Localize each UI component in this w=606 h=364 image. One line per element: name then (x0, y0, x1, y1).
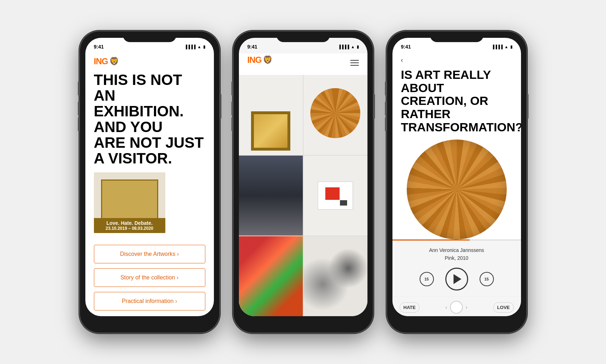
wifi-icon-1: ▲ (197, 45, 201, 49)
wifi-icon-2: ▲ (351, 45, 355, 49)
hamburger-line-2 (350, 62, 359, 63)
ing-logo-1: ING 🦁 (94, 56, 205, 66)
artwork-white-texture (304, 236, 367, 316)
artwork-title: Pink, 2010 (401, 254, 512, 262)
signal-icon-3: ▐▐▐▐ (491, 45, 502, 49)
grid-cell-2[interactable] (304, 75, 367, 155)
artwork-woven-1 (310, 88, 360, 138)
notch-3 (430, 31, 484, 42)
love-button[interactable]: LOVE (493, 302, 514, 313)
artworks-grid (239, 75, 367, 316)
phone2-header: ING 🦁 (239, 54, 367, 75)
story-collection-button[interactable]: Story of the collection › (94, 268, 205, 287)
artwork-colorful (239, 236, 303, 316)
hamburger-line-1 (350, 60, 359, 61)
artwork-info: Ann Veronica Jannssens Pink, 2010 (392, 241, 521, 265)
status-icons-3: ▐▐▐▐ ▲ ▮ (491, 45, 512, 49)
slider-thumb[interactable] (450, 301, 463, 314)
status-time-2: 9:41 (247, 44, 257, 50)
artwork-gold (251, 111, 290, 151)
phone-3: 9:41 ▐▐▐▐ ▲ ▮ ‹ IS ART REALLY ABOUT CREA… (387, 31, 526, 333)
hamburger-line-3 (350, 65, 359, 66)
notch-2 (276, 31, 330, 42)
wifi-icon-3: ▲ (505, 45, 509, 49)
status-time-3: 9:41 (401, 44, 411, 50)
ing-lion-1: 🦁 (109, 57, 119, 66)
discover-artworks-button[interactable]: Discover the Artworks › (94, 245, 205, 263)
status-time-1: 9:41 (94, 44, 104, 50)
artwork-dark (239, 156, 303, 236)
hamburger-menu[interactable] (350, 60, 359, 66)
status-icons-2: ▐▐▐▐ ▲ ▮ (338, 45, 359, 49)
ing-lion-2: 🦁 (263, 55, 272, 65)
status-icons-1: ▐▐▐▐ ▲ ▮ (184, 45, 205, 49)
ing-text-2: ING (247, 55, 262, 65)
chevron-left-icon: ‹ (445, 304, 447, 310)
phone-2: 9:41 ▐▐▐▐ ▲ ▮ ING 🦁 (234, 31, 373, 333)
nav-buttons: Discover the Artworks › Story of the col… (94, 245, 205, 310)
play-button[interactable] (445, 268, 468, 290)
grid-cell-5[interactable] (239, 236, 303, 316)
practical-info-button[interactable]: Practical information › (94, 292, 205, 310)
hate-button[interactable]: HATE (400, 302, 420, 313)
ing-logo-2: ING 🦁 (247, 55, 273, 65)
battery-icon-2: ▮ (357, 45, 359, 49)
ing-text-1: ING (94, 56, 108, 66)
grid-cell-4[interactable] (304, 156, 367, 236)
artwork-abstract-red (317, 181, 353, 210)
rating-bar: HATE ‹ › LOVE (392, 296, 521, 316)
audio-controls: 15 15 (392, 265, 521, 296)
back-button[interactable]: ‹ (392, 54, 521, 65)
play-icon (454, 274, 461, 284)
circular-artwork (407, 140, 507, 239)
artist-name: Ann Veronica Jannssens (401, 246, 512, 254)
exhibition-title: THIS IS NOT AN EXHIBITION. AND YOU ARE N… (94, 72, 205, 167)
phone-1: 9:41 ▐▐▐▐ ▲ ▮ ING 🦁 THIS IS NOT AN EXHIB… (80, 31, 219, 333)
rating-slider[interactable]: ‹ › (420, 301, 493, 314)
grid-cell-3[interactable] (239, 156, 303, 236)
grid-cell-6[interactable] (304, 236, 367, 316)
skip-back-button[interactable]: 15 (420, 272, 434, 286)
signal-icon-1: ▐▐▐▐ (184, 45, 195, 49)
skip-forward-button[interactable]: 15 (480, 272, 494, 286)
exhibition-image: Love. Hate. Debate. 23.10.2019 – 08.03.2… (94, 172, 205, 233)
artwork-subtitle-text: Love. Hate. Debate. (97, 220, 162, 226)
question-heading: IS ART REALLY ABOUT CREATION, OR RATHER … (392, 65, 521, 140)
notch-1 (123, 31, 176, 42)
artwork-frame-1 (239, 75, 303, 155)
artwork-dates: 23.10.2019 – 08.03.2020 (97, 226, 162, 231)
battery-icon-1: ▮ (203, 45, 205, 49)
battery-icon-3: ▮ (510, 45, 512, 49)
chevron-right-icon: › (466, 304, 467, 310)
signal-icon-2: ▐▐▐▐ (338, 45, 349, 49)
grid-cell-1[interactable] (239, 75, 303, 155)
